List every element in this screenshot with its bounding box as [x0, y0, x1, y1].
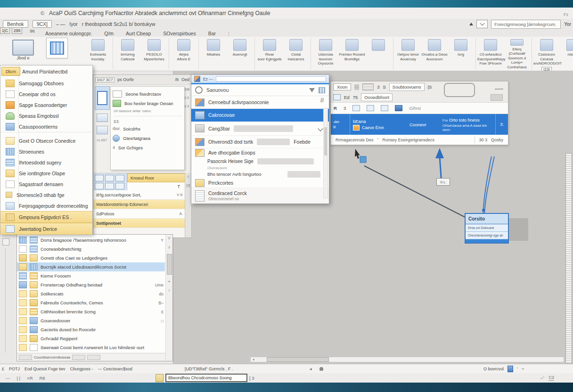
ribbon-button[interactable]: Orcafcs.a Deoo Auocsuvn [421, 38, 448, 61]
horizontal-scrollbar[interactable]: ◂ [250, 357, 564, 362]
document-icon[interactable] [508, 366, 513, 372]
sublist-t-row[interactable]: T [127, 182, 186, 190]
list-item[interactable]: Coorwasbdnetchintg [17, 245, 165, 253]
curve-connector-2[interactable] [484, 156, 494, 216]
menu-tab[interactable]: Dbcm [1, 67, 20, 76]
ribbon-button[interactable]: Oetyoo bmor Aooeruey [395, 38, 421, 61]
tree-toggle-box[interactable] [2, 238, 9, 245]
page-view-icon[interactable] [381, 105, 388, 111]
ribbon-button[interactable]: Csstceoro Ceveoa eruNDROODOIT [23] [533, 38, 560, 72]
columns-icon[interactable] [319, 87, 325, 93]
list-item[interactable]: Gchcadd Regipenl [17, 334, 165, 343]
dialog-row[interactable]: Cordiraced Corck Otrecoorosnel oo [191, 188, 329, 204]
dialog-row[interactable]: Ohverond3 dod tsrtk Foebde [191, 136, 329, 148]
ribbon-button[interactable]: Fremex Roosrd Brorldfgs [339, 38, 365, 61]
pencil-glyph[interactable]: ⌐' [541, 376, 544, 380]
zoom-button[interactable]: Xoon [333, 83, 351, 90]
dialog-row-dropdown[interactable]: Cang3bar [191, 122, 329, 136]
bars-glyph[interactable]: | | [17, 376, 21, 381]
list-item[interactable]: Kieme Foooem [17, 271, 165, 280]
list-item[interactable]: Fabreulis Countoetichs, Cemes B– [17, 298, 165, 307]
dialog-search-row[interactable]: Saouovou [191, 84, 329, 96]
stencil-btn2[interactable]: Oed [181, 77, 189, 82]
ribbon-tab[interactable]: SOverspirbues [163, 31, 196, 36]
ribbon-button[interactable]: Auerurgt [227, 38, 255, 69]
ribbon-button[interactable] [365, 38, 393, 69]
dash-glyph[interactable]: — [6, 376, 10, 381]
ribbon-tab[interactable]: Aoeanene oulongcpr. [45, 31, 92, 36]
table-header-row[interactable]: -der 3l bEana Caeve Émn Coonevr Fra Orto… [331, 114, 508, 135]
zoom-level[interactable]: C2 [548, 375, 554, 381]
sublist-row[interactable]: Sottipnotoet [93, 219, 186, 228]
ribbon-button[interactable]: Atrjes Aftore E [171, 38, 199, 69]
ribbon-tab[interactable]: Aurt Cbeap [126, 31, 151, 36]
list-item[interactable]: Bucrsjik etacod Lidsubsaordilicornos Soc… [17, 262, 165, 271]
r-label[interactable]: R [334, 106, 337, 111]
stencil-shape[interactable] [97, 126, 108, 134]
ribbon-button[interactable]: Iorg [448, 38, 476, 69]
condition-field[interactable]: Oooedbfoort [361, 93, 393, 101]
menu-item[interactable]: Jwertatiog Derice [0, 223, 92, 235]
ribbon-button[interactable]: PESOLO Mpeertiches [141, 38, 169, 69]
entity-box[interactable]: Corsito Dros.cvi Dotousre Orecmeneoomgi … [465, 213, 509, 244]
menu-item[interactable]: Stroeounes [0, 146, 92, 157]
menu-item[interactable]: Casuspooortierns [0, 121, 92, 132]
table-sub-row[interactable]: Rrmagacenrute Des ˇ Ronsey Eoeirgsrtgran… [331, 135, 508, 145]
ribbon-button[interactable]: brrioring Cafesok [115, 38, 141, 61]
sublist-row[interactable]: SdPoloos A. [93, 209, 186, 219]
dialog-row[interactable]: Cerroebuf áclivrpaoooconie [191, 96, 329, 109]
scroll-segment[interactable] [87, 355, 100, 360]
menu-item[interactable]: Sagastraof densaen [0, 179, 92, 189]
scrollbar-thumb[interactable] [167, 254, 172, 275]
window-control-glyph[interactable]: Fz [564, 12, 568, 17]
flyout-item[interactable]: 4 Sor Gchiges [113, 143, 182, 152]
list-item[interactable]: Gonett ofoa Caet se Ledgedinges [17, 253, 165, 262]
connector-endpoint[interactable] [482, 209, 485, 212]
curve-connector-1[interactable] [483, 156, 491, 216]
menu-item[interactable]: Ceoeipar ofrd os [0, 89, 92, 99]
ribbon-big-button[interactable]: Jbod e [3, 38, 43, 69]
bell-icon[interactable] [319, 367, 323, 371]
menu-item[interactable]: Slornescle3 othab fge [0, 189, 92, 200]
ribbon-button[interactable]: Ciotal Ineicarors [283, 38, 311, 69]
sublist-scrollbar[interactable]: c [3] [185, 173, 191, 237]
scroll-segment[interactable] [72, 355, 85, 360]
flyout-item[interactable]: Gtexrtatgraea [113, 133, 182, 143]
dialog-scrollbar[interactable] [323, 108, 328, 198]
menu-item[interactable]: Goxt O Otsecor Conedice [0, 135, 92, 146]
list-item[interactable]: Goueoedoooer □ [17, 316, 165, 325]
sublist-icon-block[interactable] [93, 173, 127, 190]
dialog-row-selected[interactable]: Cakrocovae [191, 109, 329, 122]
ribbon-button[interactable]: Rivar soor Egingpds [256, 38, 283, 61]
status-language[interactable]: [UD'T36fod" Gormcls . F . [185, 367, 233, 371]
flag-icon[interactable] [395, 105, 402, 111]
ribbon-pressed-button[interactable] [46, 38, 68, 58]
ribbon-button[interactable]: Mbahes [200, 38, 227, 57]
diagonal-connector[interactable] [364, 166, 466, 218]
flyout-item[interactable]: rbor Soicdrhs [113, 124, 182, 133]
ribbon-tab[interactable]: Q/m [104, 31, 114, 36]
list-item[interactable]: Fronetercap Odsdhacg beiotad Ume [17, 280, 165, 289]
dropdown-box[interactable] [476, 20, 488, 28]
ribbon-tab[interactable]: : [228, 31, 229, 36]
pointer-glyph[interactable]: <R [27, 376, 33, 381]
flyout-item[interactable]: Boo hexler brage Oeoan [113, 98, 182, 108]
dialog-row[interactable]: Bho tenscer Avrb longurtoo [191, 170, 329, 178]
overview-label[interactable]: O bovrcvol [483, 367, 504, 371]
grid-view-icon[interactable] [352, 105, 360, 111]
sublist-row[interactable]: Wartdorotstrticnp Edorwcsri [93, 200, 186, 209]
save-icon[interactable] [333, 94, 341, 100]
list-item[interactable]: Dorra bragaooe /Taeaemsontrg Ishonsrooo … [17, 236, 165, 245]
filter-icon[interactable] [309, 88, 315, 92]
menu-item[interactable]: Sie iontlngtore Olape [0, 168, 92, 179]
list-item[interactable]: CitthNooibet brrercite Scmg £ [17, 307, 165, 316]
entity-attribute[interactable]: Dros.cvi Dotousre [466, 224, 508, 232]
menu-item[interactable]: Ihrtoesdodd sugery [0, 157, 92, 168]
box-view-icon[interactable] [367, 105, 374, 111]
stencil-btn1[interactable]: /8 [175, 77, 179, 82]
ribbon-tab[interactable]: Bar [208, 31, 216, 36]
list-bottom-bar[interactable]: Courdtservorrdtoeeas [17, 353, 172, 361]
dialog-titlebar[interactable]: Ez — [191, 75, 329, 84]
stencil-shape[interactable] [97, 114, 108, 122]
dialog-title-field[interactable] [216, 76, 326, 82]
